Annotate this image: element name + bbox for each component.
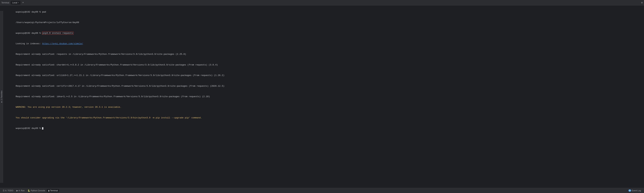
terminal-line-current: wupeiqi@192 day09 % <box>5 123 642 134</box>
tab-close-button[interactable]: × <box>18 2 19 4</box>
terminal-button[interactable]: ▮ Terminal <box>47 189 59 192</box>
pypi-link[interactable]: https://pypi.douban.com/simple/ <box>42 42 83 45</box>
terminal-line: /Users/wupeiqi/PycharmProjects/luffyCour… <box>5 17 642 28</box>
favorites-label: ★ 2: Favorites <box>0 91 2 103</box>
line-text: /Users/wupeiqi/PycharmProjects/luffyCour… <box>16 21 79 24</box>
terminal-area[interactable]: wupeiqi@192 day09 % pwd /Users/wupeiqi/P… <box>3 6 644 188</box>
terminal-line: Requirement already satisfied: urllib3<1… <box>5 70 642 81</box>
terminal-line-warning: You should consider upgrading via the '/… <box>5 113 642 123</box>
terminal-icon: ▮ <box>48 189 50 192</box>
line-text: Requirement already satisfied: requests … <box>16 53 186 56</box>
prompt-text: wupeiqi@192 day09 % <box>16 32 42 35</box>
run-label: 4: Run <box>19 189 24 192</box>
python-console-label: Python Console <box>31 189 45 192</box>
todo-icon: ☰ <box>3 189 4 192</box>
bottom-bar: ☰ 6: TODO ▶ 4: Run 🐍 Python Console ▮ Te… <box>0 188 644 193</box>
event-log-button[interactable]: 1 Event Log <box>627 189 643 192</box>
terminal-line: Requirement already satisfied: chardet<4… <box>5 60 642 70</box>
event-log-label: Event Log <box>632 189 641 192</box>
python-console-button[interactable]: 🐍 Python Console <box>26 189 46 192</box>
highlighted-command: pip3.9 install requests <box>42 32 73 35</box>
terminal-line: Requirement already satisfied: certifi>=… <box>5 81 642 91</box>
settings-icon[interactable]: ⚙ <box>641 1 643 4</box>
local-tab[interactable]: Local × <box>11 1 21 5</box>
run-icon: ▶ <box>16 189 18 192</box>
line-text: Requirement already satisfied: chardet<4… <box>16 64 218 66</box>
terminal-line-warning: WARNING: You are using pip version 20.2.… <box>5 102 642 113</box>
terminal-line: wupeiqi@192 day09 % pwd <box>5 7 642 17</box>
line-text: You should consider upgrading via the '/… <box>16 116 202 119</box>
cursor <box>42 127 43 130</box>
terminal-line: wupeiqi@192 day09 % pip3.9 install reque… <box>5 28 642 39</box>
favorites-sidebar[interactable]: ★ 2: Favorites <box>0 11 3 183</box>
top-bar-right: ⚙ <box>641 1 643 4</box>
line-text: Requirement already satisfied: idna<3,>=… <box>16 95 210 98</box>
todo-button[interactable]: ☰ 6: TODO <box>1 189 15 192</box>
terminal-line: Requirement already satisfied: idna<3,>=… <box>5 91 642 102</box>
line-text: Requirement already satisfied: urllib3<1… <box>16 74 224 77</box>
line-text: WARNING: You are using pip version 20.2.… <box>16 106 121 108</box>
bottom-bar-right: 1 Event Log <box>627 189 643 192</box>
terminal-label-btn: Terminal <box>50 189 58 192</box>
terminal-wrapper: wupeiqi@192 day09 % pwd /Users/wupeiqi/P… <box>3 6 644 188</box>
python-icon: 🐍 <box>28 189 30 192</box>
terminal-line: Requirement already satisfied: requests … <box>5 49 642 60</box>
event-log-badge: 1 <box>628 189 631 192</box>
terminal-line: Looking in indexes: https://pypi.douban.… <box>5 39 642 49</box>
terminal-label: Terminal: <box>1 2 10 4</box>
line-prefix: Looking in indexes: <box>16 42 42 45</box>
tab-bar: Terminal: Local × + <box>1 1 24 5</box>
bottom-bar-left: ☰ 6: TODO ▶ 4: Run 🐍 Python Console ▮ Te… <box>1 189 59 192</box>
prompt-text: wupeiqi@192 day09 % <box>16 127 42 130</box>
top-bar: Terminal: Local × + ⚙ <box>0 0 644 6</box>
line-text: Requirement already satisfied: certifi>=… <box>16 85 224 87</box>
tab-label: Local <box>12 2 17 4</box>
line-text: wupeiqi@192 day09 % pwd <box>16 11 46 13</box>
run-button[interactable]: ▶ 4: Run <box>15 189 26 192</box>
main-content: ★ 2: Favorites wupeiqi@192 day09 % pwd /… <box>0 6 644 188</box>
todo-label: 6: TODO <box>5 189 14 192</box>
add-tab-button[interactable]: + <box>22 1 24 5</box>
